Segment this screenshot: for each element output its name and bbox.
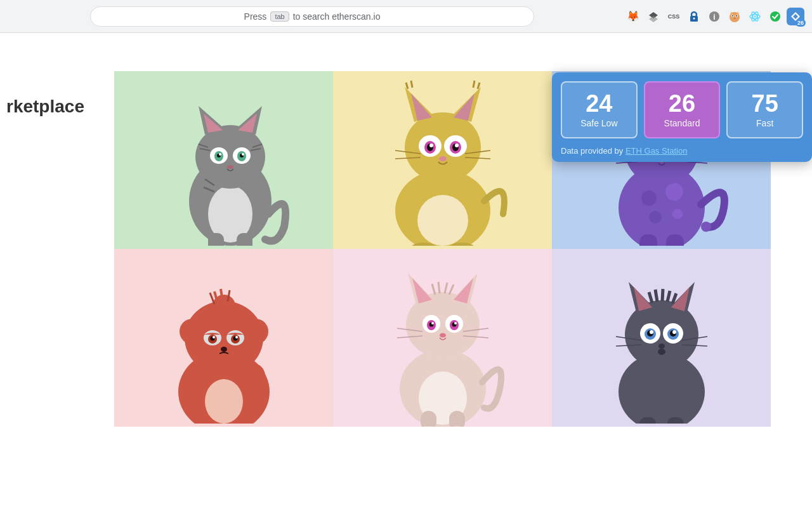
svg-point-105: [205, 379, 243, 424]
svg-point-35: [219, 153, 221, 156]
svg-point-173: [650, 330, 653, 334]
address-suffix: to search etherscan.io: [293, 11, 381, 22]
svg-point-117: [213, 336, 215, 338]
cat-cell-1[interactable]: [114, 71, 333, 249]
gas-standard-value: 26: [652, 91, 713, 116]
svg-rect-43: [237, 233, 252, 246]
cat-cell-5[interactable]: [333, 249, 552, 427]
page-title: rketplace: [0, 97, 84, 117]
layers-extension[interactable]: [645, 8, 662, 25]
svg-point-146: [454, 322, 457, 324]
svg-point-101: [184, 368, 207, 391]
main-content: rketplace: [0, 33, 812, 508]
cat-illustration-5: [351, 249, 535, 427]
gas-cards: 24 Safe Low 26 Standard 75 Fast: [561, 81, 803, 138]
svg-line-158: [649, 292, 652, 303]
gas-standard-label: Standard: [652, 118, 713, 128]
svg-rect-152: [421, 411, 436, 427]
svg-rect-42: [208, 233, 224, 246]
svg-point-36: [242, 153, 244, 156]
gas-fast-label: Fast: [734, 118, 796, 128]
svg-line-56: [411, 81, 412, 88]
metamask-extension[interactable]: 🦊: [624, 8, 642, 25]
gas-footer: Data provided by ETH Gas Station: [561, 145, 803, 156]
gas-safe-low-value: 24: [568, 91, 630, 116]
svg-point-11: [736, 15, 737, 17]
svg-point-78: [672, 209, 683, 219]
svg-point-37: [227, 165, 233, 169]
green-extension[interactable]: [766, 8, 784, 25]
svg-point-18: [754, 15, 756, 17]
gas-footer-text: Data provided by: [561, 146, 625, 156]
cat-illustration-1: [135, 74, 313, 246]
ethgas-badge: 26: [796, 19, 806, 27]
gas-card-fast[interactable]: 75 Fast: [726, 81, 803, 138]
svg-line-57: [478, 83, 480, 89]
cat-illustration-6: [573, 252, 750, 424]
svg-line-136: [438, 282, 440, 293]
svg-point-99: [701, 222, 711, 232]
svg-point-4: [693, 17, 695, 19]
cat-illustration-4: [135, 252, 313, 424]
css-extension[interactable]: CSS: [665, 8, 683, 25]
svg-text:i: i: [713, 13, 715, 22]
cryptokitties-extension[interactable]: [726, 8, 743, 25]
svg-point-77: [649, 211, 662, 224]
svg-point-19: [770, 11, 780, 22]
react-extension[interactable]: [746, 8, 764, 25]
svg-point-145: [431, 322, 434, 324]
svg-point-176: [658, 349, 665, 355]
svg-point-75: [641, 190, 657, 206]
gas-station-link[interactable]: ETH Gas Station: [625, 146, 688, 156]
extensions-bar: 🦊 CSS i: [624, 8, 804, 25]
ethgas-extension[interactable]: 26: [787, 8, 804, 25]
svg-line-161: [667, 291, 670, 302]
svg-point-119: [221, 347, 227, 352]
svg-line-159: [655, 290, 657, 302]
svg-point-50: [405, 112, 481, 182]
svg-point-49: [417, 195, 468, 246]
info-extension[interactable]: i: [705, 8, 723, 25]
svg-point-67: [439, 156, 447, 161]
svg-point-76: [665, 183, 683, 201]
cat-cell-2[interactable]: [333, 71, 552, 249]
svg-line-58: [473, 81, 475, 88]
gas-card-standard[interactable]: 26 Standard: [644, 81, 721, 138]
gas-safe-low-label: Safe Low: [568, 118, 630, 128]
address-press-text: Press: [244, 11, 267, 22]
cat-illustration-2: [351, 74, 535, 246]
gas-card-safe-low[interactable]: 24 Safe Low: [561, 81, 638, 138]
svg-point-3: [691, 12, 697, 17]
svg-point-147: [440, 333, 446, 338]
gas-popup: 24 Safe Low 26 Standard 75 Fast Data pro…: [552, 72, 812, 162]
svg-point-118: [235, 336, 238, 338]
keepass-extension[interactable]: [685, 8, 703, 25]
svg-line-135: [432, 284, 435, 295]
svg-point-66: [455, 144, 459, 147]
svg-point-174: [672, 330, 676, 334]
svg-line-123: [210, 293, 214, 304]
svg-line-160: [662, 289, 663, 301]
browser-chrome: Press tab to search etherscan.io 🦊 CSS i: [0, 0, 812, 33]
svg-point-65: [429, 144, 433, 147]
svg-point-9: [732, 15, 733, 17]
svg-marker-1: [649, 16, 658, 22]
svg-point-12: [733, 18, 736, 19]
gas-fast-value: 75: [734, 91, 796, 116]
svg-line-55: [406, 83, 408, 89]
svg-line-137: [445, 283, 447, 293]
svg-point-175: [658, 344, 665, 349]
tab-key: tab: [270, 11, 289, 22]
cat-cell-4[interactable]: [114, 249, 333, 427]
address-bar[interactable]: Press tab to search etherscan.io: [90, 6, 534, 27]
cat-cell-6[interactable]: [552, 249, 771, 427]
svg-point-108: [243, 319, 268, 344]
svg-rect-153: [449, 411, 465, 427]
svg-point-107: [180, 319, 205, 344]
